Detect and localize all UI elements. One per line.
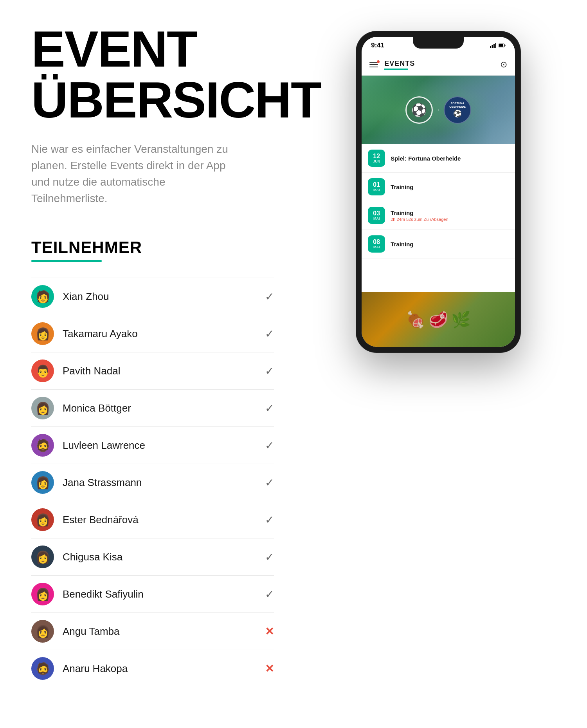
event-date-badge: 03 MAI [368, 207, 385, 224]
status-icons [490, 43, 506, 48]
event-info: Training 2h 24m 52s zum Zu-/Absagen [391, 210, 509, 222]
food-icon-2: 🥩 [429, 311, 448, 329]
event-item[interactable]: 08 MAI Training [362, 230, 515, 258]
list-item: 👨 Pavith Nadal ✓ [31, 352, 274, 390]
app-title: EVENTS [384, 60, 415, 68]
header-underline [384, 69, 408, 70]
event-subtitle: 2h 24m 52s zum Zu-/Absagen [391, 217, 509, 222]
avatar: 👩 [31, 546, 54, 568]
app-header-left: EVENTS [369, 60, 415, 70]
list-item: 🧔 Anaru Hakopa ✕ [31, 650, 274, 687]
event-date-badge: 12 JUN [368, 150, 385, 167]
event-item[interactable]: 03 MAI Training 2h 24m 52s zum Zu-/Absag… [362, 201, 515, 230]
section-underline [31, 260, 102, 262]
svg-rect-1 [492, 45, 493, 48]
status-icon-declined: ✕ [265, 625, 274, 638]
event-date-badge: 08 MAI [368, 235, 385, 253]
grill-image: 🍖 🥩 🌿 [362, 292, 515, 347]
menu-icon[interactable] [369, 60, 380, 69]
food-icon: 🍖 [406, 311, 425, 329]
svg-rect-0 [490, 46, 491, 48]
soccer-ball-icon: ⚽ [405, 96, 433, 124]
battery-icon [499, 43, 506, 48]
status-icon-confirmed: ✓ [265, 365, 274, 378]
list-item: 🧔 Luvleen Lawrence ✓ [31, 427, 274, 464]
status-icon-confirmed: ✓ [265, 476, 274, 489]
club-badge-soccer-icon: ⚽ [453, 109, 462, 118]
avatar: 👩 [31, 583, 54, 605]
club-badge: FORTUNA OBERHEIDE ⚽ [444, 96, 471, 124]
status-icon-confirmed: ✓ [265, 513, 274, 526]
participant-name: Luvleen Lawrence [63, 439, 265, 452]
event-item[interactable]: 01 MAI Training [362, 173, 515, 201]
svg-rect-5 [505, 45, 506, 46]
avatar: 👨 [31, 359, 54, 382]
list-item: 👩 Benedikt Safiyulin ✓ [31, 576, 274, 613]
right-panel: 9:41 [321, 23, 556, 705]
event-info: Training [391, 184, 509, 190]
event-list: 12 JUN Spiel: Fortuna Oberheide 01 MAI [362, 144, 515, 292]
signal-icon [490, 43, 496, 48]
status-icon-confirmed: ✓ [265, 290, 274, 303]
participant-name: Angu Tamba [63, 625, 265, 638]
app-header: EVENTS ⊙ [362, 54, 515, 76]
svg-rect-6 [499, 44, 503, 47]
participant-name: Xian Zhou [63, 291, 265, 303]
phone-mockup: 9:41 [356, 31, 520, 352]
vs-separator: · [438, 107, 439, 113]
event-info: Training [391, 241, 509, 247]
list-item: 👩 Chigusa Kisa ✓ [31, 538, 274, 576]
participant-name: Benedikt Safiyulin [63, 588, 265, 600]
avatar: 👩 [31, 508, 54, 531]
hero-image: ⚽ · FORTUNA OBERHEIDE ⚽ [362, 76, 515, 144]
participant-name: Anaru Hakopa [63, 663, 265, 675]
list-item: 👩 Angu Tamba ✕ [31, 613, 274, 650]
list-item: 👩 Ester Bednářová ✓ [31, 501, 274, 538]
avatar: 👩 [31, 471, 54, 494]
left-panel: EVENT ÜBERSICHT Nie war es einfacher Ver… [31, 23, 321, 705]
grill-visual: 🍖 🥩 🌿 [406, 311, 471, 329]
participant-name: Jana Strassmann [63, 477, 265, 489]
list-item: 👩 Monica Böttger ✓ [31, 390, 274, 427]
participant-name: Chigusa Kisa [63, 551, 265, 563]
app-title-block: EVENTS [384, 60, 415, 70]
participant-list: 🧑 Xian Zhou ✓ 👩 Takamaru Ayako ✓ 👨 Pavit… [31, 278, 274, 687]
participant-name: Ester Bednářová [63, 514, 265, 526]
avatar: 👩 [31, 620, 54, 643]
svg-rect-3 [495, 43, 497, 48]
phone-notch [413, 37, 464, 49]
status-icon-confirmed: ✓ [265, 327, 274, 340]
participant-name: Takamaru Ayako [63, 328, 265, 340]
avatar: 🧔 [31, 657, 54, 680]
section-title: TEILNEHMER [31, 238, 321, 257]
participant-name: Pavith Nadal [63, 365, 265, 377]
header-action-icon[interactable]: ⊙ [500, 60, 507, 70]
status-icon-confirmed: ✓ [265, 439, 274, 452]
club-badge-name: FORTUNA OBERHEIDE [449, 102, 466, 108]
list-item: 👩 Takamaru Ayako ✓ [31, 315, 274, 352]
page-container: EVENT ÜBERSICHT Nie war es einfacher Ver… [0, 0, 587, 728]
phone-screen: 9:41 [362, 37, 515, 347]
avatar: 🧔 [31, 434, 54, 457]
event-info: Spiel: Fortuna Oberheide [391, 155, 509, 162]
status-icon-confirmed: ✓ [265, 402, 274, 415]
avatar: 👩 [31, 322, 54, 345]
status-icon-declined: ✕ [265, 662, 274, 675]
participant-name: Monica Böttger [63, 402, 265, 414]
avatar: 👩 [31, 397, 54, 419]
event-date-badge: 01 MAI [368, 178, 385, 195]
svg-rect-2 [493, 44, 495, 48]
avatar: 🧑 [31, 285, 54, 308]
event-item[interactable]: 12 JUN Spiel: Fortuna Oberheide [362, 144, 515, 173]
status-icon-confirmed: ✓ [265, 551, 274, 564]
list-item: 👩 Jana Strassmann ✓ [31, 464, 274, 501]
page-subtitle: Nie war es einfacher Veranstaltungen zu … [31, 141, 235, 207]
page-title: EVENT ÜBERSICHT [31, 23, 321, 125]
phone-time: 9:41 [371, 42, 384, 49]
event-title: Spiel: Fortuna Oberheide [391, 155, 509, 162]
event-title: Training [391, 210, 509, 216]
event-title: Training [391, 241, 509, 247]
list-item: 🧑 Xian Zhou ✓ [31, 278, 274, 315]
status-icon-confirmed: ✓ [265, 588, 274, 601]
food-icon-3: 🌿 [451, 311, 471, 329]
